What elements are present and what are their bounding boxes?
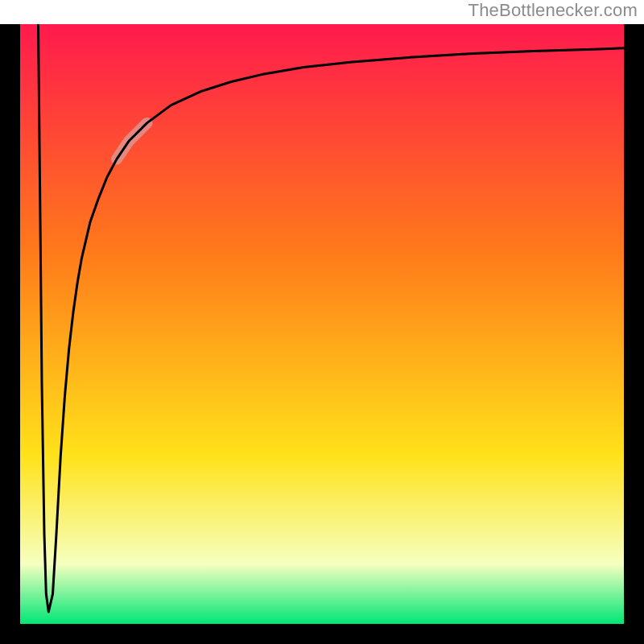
gradient-background [20, 24, 624, 624]
chart-root: TheBottlenecker.com [0, 0, 644, 644]
plot-area [20, 24, 624, 624]
attribution-text: TheBottlenecker.com [469, 0, 638, 21]
chart-svg [20, 24, 624, 624]
chart-frame [0, 24, 644, 644]
